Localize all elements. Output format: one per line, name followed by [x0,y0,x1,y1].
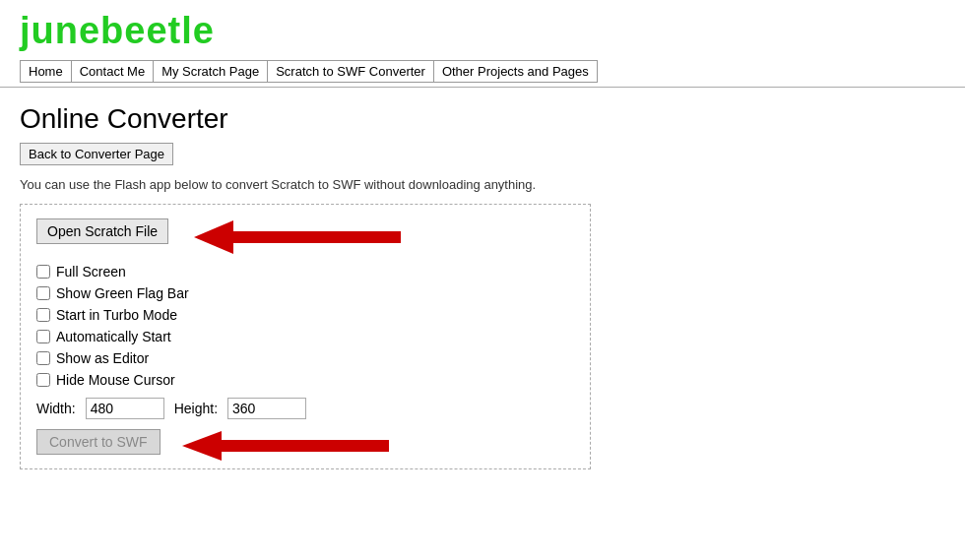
width-input[interactable] [86,398,164,419]
show-editor-checkbox[interactable] [36,351,50,365]
nav-contact[interactable]: Contact Me [72,61,154,83]
hide-cursor-label: Hide Mouse Cursor [56,372,175,388]
nav-scratch-page[interactable]: My Scratch Page [154,61,268,83]
red-arrow-top [194,220,411,254]
svg-rect-0 [233,231,401,243]
checkbox-hide-cursor: Hide Mouse Cursor [36,372,574,388]
back-to-converter-button[interactable]: Back to Converter Page [20,143,173,165]
checkbox-auto-start: Automatically Start [36,329,574,344]
nav-other-projects[interactable]: Other Projects and Pages [434,61,598,83]
nav-divider [0,87,965,88]
svg-marker-1 [194,220,233,254]
page-title: Online Converter [20,103,945,135]
description-text: You can use the Flash app below to conve… [20,177,945,192]
convert-to-swf-button[interactable]: Convert to SWF [36,429,161,455]
checkboxes-container: Full Screen Show Green Flag Bar Start in… [36,264,574,388]
hide-cursor-checkbox[interactable] [36,373,50,387]
height-input[interactable] [227,398,306,419]
checkbox-turbo-mode: Start in Turbo Mode [36,307,574,323]
nav-converter[interactable]: Scratch to SWF Converter [268,61,434,83]
auto-start-label: Automatically Start [56,329,171,344]
navigation-bar: Home Contact Me My Scratch Page Scratch … [20,60,598,83]
height-label: Height: [174,401,218,416]
nav-home[interactable]: Home [21,61,72,83]
red-arrow-bottom [182,431,399,461]
converter-box: Open Scratch File Full Screen Show Green… [20,204,591,469]
dimensions-row: Width: Height: [36,398,574,419]
full-screen-checkbox[interactable] [36,265,50,279]
auto-start-checkbox[interactable] [36,330,50,343]
full-screen-label: Full Screen [56,264,126,280]
svg-rect-2 [222,440,389,452]
width-label: Width: [36,401,76,416]
main-content: Online Converter Back to Converter Page … [0,103,965,469]
open-scratch-file-button[interactable]: Open Scratch File [36,218,168,244]
green-flag-label: Show Green Flag Bar [56,285,189,301]
checkbox-green-flag: Show Green Flag Bar [36,285,574,301]
checkbox-show-editor: Show as Editor [36,350,574,366]
site-logo: junebeetle [20,10,945,52]
show-editor-label: Show as Editor [56,350,149,366]
green-flag-checkbox[interactable] [36,286,50,300]
svg-marker-3 [182,431,222,461]
turbo-mode-checkbox[interactable] [36,308,50,322]
checkbox-full-screen: Full Screen [36,264,574,280]
turbo-mode-label: Start in Turbo Mode [56,307,177,323]
